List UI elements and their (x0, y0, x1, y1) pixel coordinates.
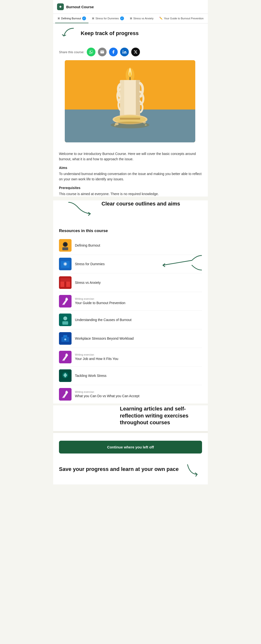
resource-name: Workplace Stressors Beyond Workload (75, 336, 202, 340)
resource-name: Stress for Dummies (75, 262, 202, 266)
prerequisites-text: This course is aimed at everyone. There … (59, 191, 202, 196)
progress-callout: Keep track of progress (59, 28, 202, 41)
learning-callout-text: Learning articles and self-reflection wr… (120, 406, 202, 426)
resource-item[interactable]: Writing exercise: Your Job and How It Fi… (59, 348, 202, 366)
course-hero-image (65, 60, 195, 142)
app-title: Burnout Course (66, 5, 94, 9)
resource-name: Defining Burnout (75, 243, 202, 248)
tab-label: Defining Burnout (61, 17, 81, 20)
svg-point-14 (114, 125, 116, 126)
prerequisites-heading: Prerequisites (59, 186, 202, 190)
pencil-icon: ✏️ (159, 17, 163, 20)
share-facebook-button[interactable] (109, 48, 118, 56)
resource-thumbnail (59, 258, 72, 270)
doc-icon: ▣ (130, 17, 132, 20)
doc-icon: ▣ (58, 17, 60, 20)
callout-text: Clear course outlines and aims (102, 200, 180, 208)
svg-point-18 (64, 243, 67, 246)
tabs-more-button[interactable]: ⊞ (207, 14, 208, 23)
svg-point-13 (145, 124, 147, 126)
continue-button[interactable]: Continue where you left off (59, 441, 202, 454)
resource-info: Stress vs Anxiety (75, 280, 202, 285)
svg-rect-6 (136, 80, 140, 119)
resource-thumbnail (59, 295, 72, 308)
share-linkedin-button[interactable] (120, 48, 129, 56)
resource-item[interactable]: Understanding the Causes of Burnout (59, 311, 202, 329)
resource-name: Tackling Work Stress (75, 374, 202, 378)
doc-icon: ▣ (92, 17, 94, 20)
svg-point-29 (63, 316, 67, 320)
app-logo (57, 4, 64, 10)
resource-name: Your Guide to Burnout Prevention (75, 301, 202, 305)
svg-rect-30 (62, 321, 68, 325)
resource-info: Defining Burnout (75, 243, 202, 248)
resource-item[interactable]: Stress for Dummies (59, 255, 202, 274)
svg-rect-9 (120, 118, 140, 120)
resource-thumbnail (59, 370, 72, 382)
callout-arrow-icon (59, 200, 98, 220)
resource-name: Stress vs Anxiety (75, 280, 202, 285)
share-x-button[interactable] (131, 48, 140, 56)
svg-point-12 (143, 122, 146, 124)
course-description: Welcome to our Introductory Burnout Cour… (53, 146, 208, 196)
share-email-button[interactable] (98, 48, 106, 56)
tab-bar: ▣ Defining Burnout ✓ ▣ Stress for Dummie… (53, 14, 208, 24)
tab-stress-for-dummies[interactable]: ▣ Stress for Dummies ✓ (90, 14, 126, 23)
tab-defining-burnout[interactable]: ▣ Defining Burnout ✓ (55, 14, 88, 23)
resource-item[interactable]: Defining Burnout (59, 236, 202, 255)
resource-item[interactable]: Writing exercise: What you Can Do vs Wha… (59, 385, 202, 404)
svg-rect-25 (60, 278, 70, 282)
share-row: Share this course: (53, 45, 208, 60)
resources-section: Resources in this course Defining Burnou… (53, 224, 208, 404)
resource-info: Tackling Work Stress (75, 374, 202, 378)
resource-info: Writing exercise: Your Guide to Burnout … (75, 297, 202, 305)
footer-text: Save your progress and learn at your own… (59, 466, 182, 473)
candle-svg (104, 65, 156, 138)
resource-type: Writing exercise: (75, 353, 202, 356)
resource-item[interactable]: Workplace Stressors Beyond Workload (59, 329, 202, 348)
tab-label: Your Guide to Burnout Prevention (164, 17, 204, 20)
resource-info: Workplace Stressors Beyond Workload (75, 336, 202, 340)
progress-title: Keep track of progress (81, 28, 139, 36)
resource-list: Defining Burnout Stress for Dummies Stre… (59, 236, 202, 404)
resource-thumbnail (59, 332, 72, 345)
resource-thumbnail (59, 388, 72, 400)
resource-info: Writing exercise: Your Job and How It Fi… (75, 353, 202, 361)
tab-stress-vs-anxiety[interactable]: ▣ Stress vs Anxiety (127, 14, 156, 23)
resource-type: Writing exercise: (75, 390, 202, 393)
resource-item[interactable]: Writing exercise: Your Guide to Burnout … (59, 292, 202, 311)
course-outline-callout: Clear course outlines and aims (53, 200, 208, 224)
tab-label: Stress vs Anxiety (134, 17, 154, 20)
svg-point-34 (64, 338, 66, 340)
resource-type: Writing exercise: (75, 297, 202, 300)
check-badge: ✓ (120, 16, 124, 20)
resource-item[interactable]: Tackling Work Stress (59, 366, 202, 385)
resource-thumbnail (59, 239, 72, 252)
resource-thumbnail (59, 314, 72, 326)
aims-text: To understand burnout enabling conversat… (59, 171, 202, 182)
resource-info: Understanding the Causes of Burnout (75, 318, 202, 322)
resource-thumbnail (59, 351, 72, 363)
share-whatsapp-button[interactable] (87, 48, 96, 56)
resource-item[interactable]: Stress vs Anxiety (59, 274, 202, 292)
intro-text: Welcome to our Introductory Burnout Cour… (59, 151, 202, 162)
progress-arrow-icon (59, 26, 78, 41)
tab-your-guide[interactable]: ✏️ Your Guide to Burnout Prevention (157, 14, 206, 23)
check-badge: ✓ (82, 16, 86, 20)
resource-info: Stress for Dummies (75, 262, 202, 266)
footer-callout: Save your progress and learn at your own… (53, 458, 208, 484)
aims-heading: Aims (59, 166, 202, 170)
resource-name: What you Can Do vs What you Can Accept (75, 394, 202, 398)
resources-title: Resources in this course (59, 228, 202, 233)
resource-name: Understanding the Causes of Burnout (75, 318, 202, 322)
tab-label: Stress for Dummies (96, 17, 119, 20)
resource-info: Writing exercise: What you Can Do vs Wha… (75, 390, 202, 398)
svg-point-1 (122, 50, 123, 51)
resource-name: Your Job and How It Fits You (75, 356, 202, 361)
svg-rect-33 (63, 335, 67, 338)
footer-arrow-icon (185, 462, 202, 477)
progress-section: Keep track of progress (53, 24, 208, 45)
cta-section: Continue where you left off (53, 433, 208, 458)
app-header: Burnout Course (53, 0, 208, 14)
svg-rect-17 (62, 247, 68, 250)
